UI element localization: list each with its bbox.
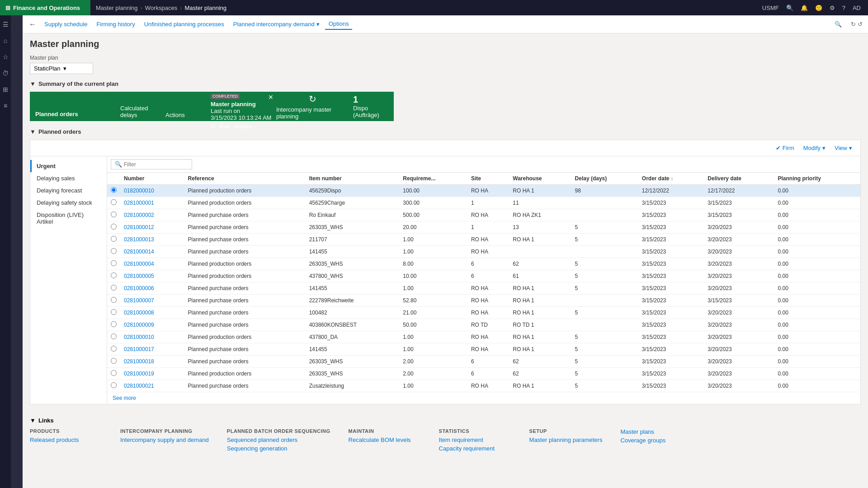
mp-history-link[interactable]: History	[234, 123, 252, 130]
row-radio[interactable]	[111, 358, 117, 364]
table-row[interactable]: 0281000013Planned purchase orders2117071…	[107, 234, 860, 246]
smiley-icon[interactable]: 🙂	[813, 4, 824, 12]
row-radio[interactable]	[111, 236, 117, 242]
nav-supply-schedule[interactable]: Supply schedule	[41, 19, 91, 29]
row-radio[interactable]	[111, 272, 117, 278]
cell-number[interactable]: 0281000017	[120, 343, 184, 356]
row-radio[interactable]	[111, 187, 117, 193]
summary-section-header[interactable]: ▼ Summary of the current plan	[30, 80, 861, 87]
col-delay[interactable]: Delay (days)	[571, 173, 638, 185]
back-button[interactable]: ←	[26, 19, 39, 30]
links-col-link[interactable]: Item requirement	[439, 436, 511, 443]
col-planning-priority[interactable]: Planning priority	[774, 173, 860, 185]
row-radio[interactable]	[111, 309, 117, 315]
cell-number[interactable]: 0281000010	[120, 331, 184, 343]
table-row[interactable]: 0281000006Planned purchase orders1414551…	[107, 282, 860, 295]
cell-number[interactable]: 0281000013	[120, 234, 184, 246]
view-dropdown[interactable]: View ▾	[832, 144, 855, 152]
nav-search-icon[interactable]: 🔍	[831, 19, 845, 29]
links-col-link[interactable]: Master planning parameters	[529, 436, 603, 443]
cell-number[interactable]: 0281000009	[120, 319, 184, 331]
avatar[interactable]: AD	[851, 4, 863, 12]
cell-number[interactable]: 0281000018	[120, 356, 184, 368]
home-icon[interactable]: ⌂	[2, 35, 9, 46]
row-radio[interactable]	[111, 285, 117, 291]
filter-delaying-safety[interactable]: Delaying safety stock	[30, 197, 107, 209]
row-radio[interactable]	[111, 297, 117, 303]
links-col-link[interactable]: Coverage groups	[620, 437, 693, 444]
table-row[interactable]: 0281000010Planned production orders43780…	[107, 331, 860, 343]
planned-orders-section-header[interactable]: ▼ Planned orders	[30, 128, 861, 135]
table-row[interactable]: 0281000005Planned production orders43780…	[107, 270, 860, 282]
table-row[interactable]: 0281000018Planned purchase orders263035_…	[107, 356, 860, 368]
row-radio[interactable]	[111, 224, 117, 230]
search-icon[interactable]: 🔍	[784, 4, 795, 12]
links-col-link[interactable]: Released products	[30, 436, 102, 443]
col-reference[interactable]: Reference	[184, 173, 306, 185]
modify-dropdown[interactable]: Modify ▾	[801, 144, 828, 152]
cell-number[interactable]: 0281000019	[120, 368, 184, 380]
nav-options[interactable]: Options	[325, 19, 353, 30]
card-calculated-delays[interactable]: Calculated delays	[116, 92, 161, 121]
filter-input-wrapper[interactable]: 🔍	[111, 159, 192, 169]
filter-urgent[interactable]: Urgent	[30, 160, 107, 172]
workspaces-icon[interactable]: ⊞	[1, 84, 10, 95]
breadcrumb-item-2[interactable]: Workspaces	[145, 5, 177, 11]
filter-input[interactable]	[124, 161, 192, 168]
cell-number[interactable]: 0281000001	[120, 197, 184, 209]
table-row[interactable]: 0281000012Planned purchase orders263035_…	[107, 221, 860, 234]
cell-number[interactable]: 0281000004	[120, 258, 184, 270]
col-delivery-date[interactable]: Delivery date	[704, 173, 774, 185]
table-row[interactable]: 0281000014Planned purchase orders1414551…	[107, 246, 860, 258]
links-col-link[interactable]: Sequencing generation	[227, 445, 330, 452]
links-section-header[interactable]: ▼ Links	[30, 417, 861, 424]
row-radio[interactable]	[111, 321, 117, 327]
cell-number[interactable]: 0281000014	[120, 246, 184, 258]
filter-disposition[interactable]: Disposition (LIVE) Artikel	[30, 209, 107, 228]
cell-number[interactable]: 0281000002	[120, 209, 184, 221]
row-radio[interactable]	[111, 346, 117, 352]
see-more-link[interactable]: See more	[107, 392, 860, 404]
col-order-date[interactable]: Order date ↕	[638, 173, 704, 185]
links-col-link[interactable]: Recalculate BOM levels	[349, 436, 421, 443]
card-intercompany[interactable]: ↻ Intercompany master planning	[276, 92, 349, 121]
table-row[interactable]: 0281000001Planned production orders45625…	[107, 197, 860, 209]
master-plan-select[interactable]: StaticPlan ▾	[30, 63, 93, 74]
nav-refresh[interactable]: ↻ ↺	[849, 19, 864, 29]
cell-number[interactable]: 0281000021	[120, 380, 184, 392]
table-row[interactable]: 0281000007Planned purchase orders222789R…	[107, 295, 860, 307]
cell-number[interactable]: 0182000010	[120, 185, 184, 197]
nav-intercompany[interactable]: Planned intercompany demand ▾	[230, 19, 323, 29]
nav-firming-history[interactable]: Firming history	[93, 19, 138, 29]
card-planned-orders[interactable]: Planned orders	[30, 92, 116, 121]
hamburger-icon[interactable]: ☰	[1, 19, 10, 30]
row-radio[interactable]	[111, 382, 117, 388]
links-col-link[interactable]: Intercompany supply and demand	[120, 436, 209, 443]
row-radio[interactable]	[111, 333, 117, 339]
row-radio[interactable]	[111, 211, 117, 217]
row-radio[interactable]	[111, 199, 117, 205]
card-actions[interactable]: Actions	[161, 92, 206, 121]
table-row[interactable]: 0182000010Planned production orders45625…	[107, 185, 860, 197]
settings-icon[interactable]: ⚙	[828, 4, 837, 12]
firm-button[interactable]: ✔ Firm	[773, 144, 797, 152]
recent-icon[interactable]: ⏱	[0, 68, 10, 79]
table-row[interactable]: 0281000004Planned production orders26303…	[107, 258, 860, 270]
filter-delaying-sales[interactable]: Delaying sales	[30, 172, 107, 184]
filter-delaying-forecast[interactable]: Delaying forecast	[30, 184, 107, 197]
table-row[interactable]: 0281000017Planned purchase orders1414551…	[107, 343, 860, 356]
help-icon[interactable]: ?	[840, 4, 847, 12]
cell-number[interactable]: 0281000012	[120, 221, 184, 234]
col-number[interactable]: Number	[120, 173, 184, 185]
links-col-link[interactable]: Sequenced planned orders	[227, 436, 330, 443]
app-logo[interactable]: ⊞ Finance and Operations	[0, 0, 90, 15]
links-col-link[interactable]: Master plans	[620, 428, 693, 435]
col-requirement[interactable]: Requireme...	[399, 173, 467, 185]
nav-unfinished[interactable]: Unfinished planning processes	[141, 19, 228, 29]
notifications-icon[interactable]: 🔔	[799, 4, 810, 12]
cell-number[interactable]: 0281000005	[120, 270, 184, 282]
cell-number[interactable]: 0281000008	[120, 307, 184, 319]
close-icon[interactable]: ✕	[268, 94, 274, 101]
col-item-number[interactable]: Item number	[306, 173, 400, 185]
favorites-icon[interactable]: ☆	[1, 52, 10, 62]
